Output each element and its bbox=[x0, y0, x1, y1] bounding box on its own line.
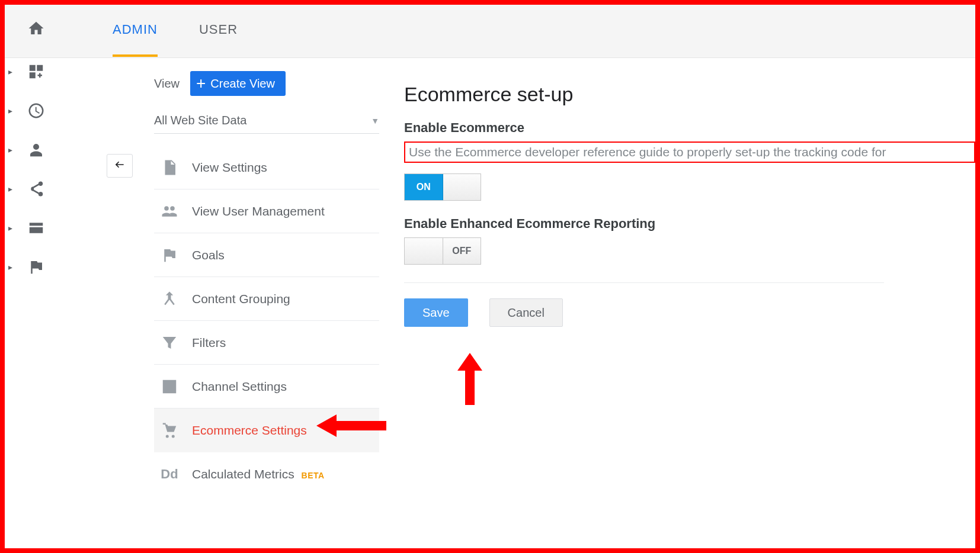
cancel-button[interactable]: Cancel bbox=[489, 298, 563, 327]
home-icon bbox=[26, 18, 46, 38]
enhanced-ecommerce-label: Enable Enhanced Ecommerce Reporting bbox=[404, 216, 975, 232]
menu-filters[interactable]: Filters bbox=[154, 321, 379, 365]
beta-badge: BETA bbox=[302, 471, 325, 480]
grid-add-icon bbox=[26, 62, 46, 82]
create-view-button[interactable]: + Create View bbox=[190, 71, 286, 96]
view-column: View + Create View All Web Site Data ▼ V… bbox=[107, 71, 379, 496]
page-title: Ecommerce set-up bbox=[404, 83, 975, 106]
menu-channel-settings[interactable]: Channel Settings bbox=[154, 365, 379, 409]
dd-icon: Dd bbox=[160, 465, 179, 484]
chevron-down-icon: ▼ bbox=[371, 116, 379, 126]
merge-icon bbox=[160, 290, 179, 308]
menu-ecommerce-settings[interactable]: Ecommerce Settings bbox=[154, 409, 379, 452]
flag-icon bbox=[160, 246, 179, 265]
cart-icon bbox=[160, 421, 179, 440]
enable-ecommerce-label: Enable Ecommerce bbox=[404, 120, 975, 136]
toggle-on-segment[interactable]: ON bbox=[405, 174, 443, 200]
view-select-value: All Web Site Data bbox=[154, 114, 246, 127]
save-button[interactable]: Save bbox=[404, 298, 468, 327]
clock-icon bbox=[26, 101, 46, 121]
menu-goals[interactable]: Goals bbox=[154, 233, 379, 277]
view-menu: View Settings View User Management Goals… bbox=[154, 146, 379, 496]
main-content: Ecommerce set-up Enable Ecommerce Use th… bbox=[404, 83, 975, 327]
rail-acquisition[interactable]: ▸ bbox=[5, 169, 76, 208]
enhanced-ecommerce-toggle[interactable]: OFF bbox=[404, 237, 481, 265]
divider bbox=[404, 282, 884, 283]
rail-home[interactable] bbox=[5, 5, 76, 52]
tab-user[interactable]: USER bbox=[199, 5, 238, 57]
document-icon bbox=[160, 158, 179, 177]
rail-dashboards[interactable]: ▸ bbox=[5, 52, 76, 91]
view-label: View bbox=[154, 77, 180, 91]
toggle-on-segment-blank[interactable] bbox=[405, 238, 443, 264]
share-icon bbox=[26, 179, 46, 199]
menu-calculated-metrics[interactable]: Dd Calculated Metrics BETA bbox=[154, 452, 379, 496]
enable-ecommerce-toggle[interactable]: ON bbox=[404, 173, 481, 201]
rail-realtime[interactable]: ▸ bbox=[5, 91, 76, 130]
create-view-label: Create View bbox=[210, 77, 275, 91]
card-icon bbox=[26, 218, 46, 238]
rail-behavior[interactable]: ▸ bbox=[5, 208, 76, 247]
toggle-off-segment[interactable]: OFF bbox=[443, 238, 481, 264]
funnel-icon bbox=[160, 333, 179, 352]
menu-content-grouping[interactable]: Content Grouping bbox=[154, 277, 379, 321]
admin-user-tabs: ADMIN USER bbox=[95, 5, 238, 57]
menu-view-user-management[interactable]: View User Management bbox=[154, 189, 379, 233]
left-nav-rail: ▸ ▸ ▸ ▸ ▸ ▸ bbox=[5, 5, 76, 548]
tab-admin[interactable]: ADMIN bbox=[113, 5, 158, 57]
plus-icon: + bbox=[196, 75, 206, 92]
flag-icon bbox=[26, 257, 46, 277]
menu-view-settings[interactable]: View Settings bbox=[154, 146, 379, 189]
rail-conversions[interactable]: ▸ bbox=[5, 247, 76, 287]
toggle-off-segment-blank[interactable] bbox=[443, 174, 481, 200]
rail-audience[interactable]: ▸ bbox=[5, 130, 76, 169]
people-icon bbox=[160, 202, 179, 221]
transfer-icon bbox=[160, 377, 179, 396]
help-text-highlighted: Use the Ecommerce developer reference gu… bbox=[404, 142, 975, 163]
view-select-dropdown[interactable]: All Web Site Data ▼ bbox=[154, 108, 379, 134]
person-icon bbox=[26, 140, 46, 160]
